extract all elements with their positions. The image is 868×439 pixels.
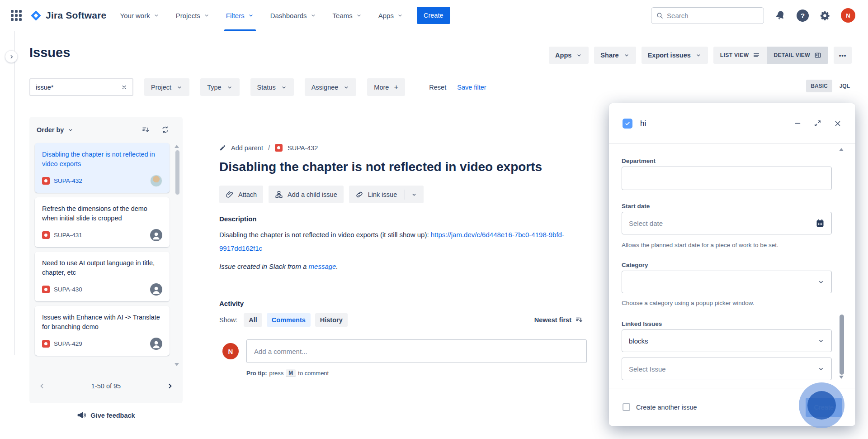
add-parent-button[interactable]: Add parent bbox=[231, 144, 263, 152]
minimize-icon[interactable] bbox=[794, 119, 802, 127]
apps-dropdown-button[interactable]: Apps bbox=[549, 47, 589, 64]
refresh-icon[interactable] bbox=[161, 126, 169, 134]
chevron-down-icon bbox=[695, 52, 702, 58]
chevron-down-icon bbox=[817, 278, 825, 286]
issue-title[interactable]: Disabling the chapter is not reflected i… bbox=[219, 158, 542, 176]
user-avatar[interactable]: N bbox=[841, 8, 855, 23]
notifications-button[interactable] bbox=[775, 10, 786, 21]
issue-card[interactable]: Disabling the chapter is not reflected i… bbox=[35, 143, 170, 193]
unassigned-avatar[interactable] bbox=[150, 229, 162, 241]
modal-scrollbar-thumb[interactable] bbox=[840, 315, 844, 375]
department-input[interactable] bbox=[622, 167, 832, 190]
attach-button[interactable]: Attach bbox=[219, 186, 263, 203]
modal-scrollbar-up-arrow[interactable] bbox=[839, 148, 844, 151]
sidebar-expand-button[interactable] bbox=[5, 50, 18, 63]
reset-filters-button[interactable]: Reset bbox=[429, 84, 446, 91]
jira-software-logo[interactable]: Jira Software bbox=[30, 10, 107, 22]
list-pagination: 1-50 of 95 bbox=[29, 379, 183, 393]
share-dropdown-button[interactable]: Share bbox=[594, 47, 636, 64]
start-date-input[interactable] bbox=[629, 220, 816, 227]
global-search[interactable] bbox=[651, 7, 764, 24]
tab-comments[interactable]: Comments bbox=[267, 313, 311, 327]
add-comment-input[interactable] bbox=[246, 339, 587, 363]
create-button[interactable]: Create bbox=[417, 7, 450, 24]
list-view-icon bbox=[753, 52, 760, 59]
bug-type-icon bbox=[42, 177, 50, 185]
expand-icon[interactable] bbox=[814, 119, 821, 127]
sort-descending-icon[interactable] bbox=[142, 126, 150, 134]
linked-issue-placeholder: Select Issue bbox=[629, 365, 666, 373]
give-feedback-button[interactable]: Give feedback bbox=[29, 411, 183, 420]
order-by-button[interactable]: Order by bbox=[37, 126, 64, 134]
issue-card[interactable]: Need to use AI output language in title,… bbox=[35, 252, 170, 301]
detail-view-toggle[interactable]: DETAIL VIEW bbox=[767, 47, 828, 64]
add-child-issue-button[interactable]: Add a child issue bbox=[269, 186, 344, 203]
chevron-down-icon bbox=[153, 12, 160, 19]
assignee-avatar-photo[interactable] bbox=[150, 175, 162, 187]
next-page-icon[interactable] bbox=[165, 382, 175, 391]
search-input[interactable] bbox=[667, 12, 759, 19]
description-heading: Description bbox=[219, 215, 257, 223]
link-type-select[interactable]: blocks bbox=[622, 329, 832, 352]
start-date-field[interactable] bbox=[622, 212, 832, 234]
chevron-right-icon bbox=[8, 53, 15, 60]
nav-apps[interactable]: Apps bbox=[378, 0, 403, 31]
linked-issue-select[interactable]: Select Issue bbox=[622, 358, 832, 380]
modal-scrollbar-down-arrow[interactable] bbox=[839, 376, 844, 379]
search-issues-field[interactable] bbox=[29, 78, 133, 96]
type-filter-dropdown[interactable]: Type bbox=[200, 78, 239, 96]
nav-projects[interactable]: Projects bbox=[176, 0, 210, 31]
save-filter-button[interactable]: Save filter bbox=[457, 84, 486, 91]
category-select[interactable] bbox=[622, 271, 832, 293]
clear-search-icon[interactable] bbox=[121, 84, 127, 91]
nav-your-work[interactable]: Your work bbox=[120, 0, 160, 31]
more-actions-button[interactable]: ••• bbox=[834, 47, 852, 64]
tab-history[interactable]: History bbox=[315, 313, 348, 327]
chevron-down-icon bbox=[226, 84, 233, 91]
issue-card-meta: SUPA-429 bbox=[42, 338, 162, 350]
jql-mode-toggle[interactable]: JQL bbox=[840, 83, 850, 89]
task-type-icon[interactable] bbox=[623, 119, 632, 129]
sort-order-button[interactable]: Newest first bbox=[534, 316, 583, 324]
status-filter-dropdown[interactable]: Status bbox=[250, 78, 294, 96]
link-icon bbox=[355, 191, 363, 199]
search-icon bbox=[656, 11, 663, 19]
basic-mode-toggle[interactable]: BASIC bbox=[806, 80, 832, 92]
issue-query-input[interactable] bbox=[36, 84, 121, 91]
issue-card-title: Refresh the dimensions of the demo when … bbox=[42, 204, 162, 223]
app-switcher-icon[interactable] bbox=[10, 9, 23, 22]
link-issue-button[interactable]: Link issue bbox=[349, 186, 424, 203]
child-issue-icon bbox=[275, 191, 283, 199]
list-scrollbar-down-arrow[interactable] bbox=[175, 363, 179, 366]
tab-all[interactable]: All bbox=[244, 313, 262, 327]
previous-page-icon[interactable] bbox=[38, 382, 47, 391]
slack-message-link[interactable]: message bbox=[309, 262, 336, 270]
settings-button[interactable] bbox=[820, 10, 830, 21]
modal-create-button[interactable]: Create bbox=[806, 398, 842, 417]
create-another-checkbox[interactable] bbox=[623, 403, 630, 411]
nav-teams[interactable]: Teams bbox=[333, 0, 362, 31]
list-view-toggle[interactable]: LIST VIEW bbox=[713, 47, 767, 64]
issue-card[interactable]: Refresh the dimensions of the demo when … bbox=[35, 197, 170, 247]
chevron-down-icon bbox=[248, 12, 254, 19]
description-text[interactable]: Disabling the chapter is not reflected i… bbox=[219, 228, 572, 255]
project-filter-dropdown[interactable]: Project bbox=[144, 78, 189, 96]
nav-filters[interactable]: Filters bbox=[226, 0, 254, 31]
header-actions: Apps Share Export issues LIST VIEW DETAI… bbox=[549, 47, 852, 64]
list-scrollbar-up-arrow[interactable] bbox=[175, 145, 179, 148]
list-scrollbar-thumb[interactable] bbox=[175, 150, 179, 195]
export-issues-button[interactable]: Export issues bbox=[642, 47, 708, 64]
issue-card[interactable]: Issues with Enhance with AI -> Translate… bbox=[35, 306, 170, 356]
breadcrumb-issue-key[interactable]: SUPA-432 bbox=[288, 144, 318, 152]
more-filters-button[interactable]: More+ bbox=[367, 78, 405, 96]
chevron-down-icon[interactable] bbox=[67, 127, 74, 133]
calendar-icon[interactable] bbox=[816, 219, 825, 228]
unassigned-avatar[interactable] bbox=[150, 283, 162, 296]
chevron-down-icon[interactable] bbox=[411, 191, 417, 198]
assignee-filter-dropdown[interactable]: Assignee bbox=[305, 78, 357, 96]
unassigned-avatar[interactable] bbox=[150, 338, 162, 350]
chevron-down-icon bbox=[203, 12, 210, 19]
nav-dashboards[interactable]: Dashboards bbox=[270, 0, 316, 31]
help-button[interactable]: ? bbox=[797, 10, 809, 22]
close-icon[interactable] bbox=[834, 119, 842, 128]
